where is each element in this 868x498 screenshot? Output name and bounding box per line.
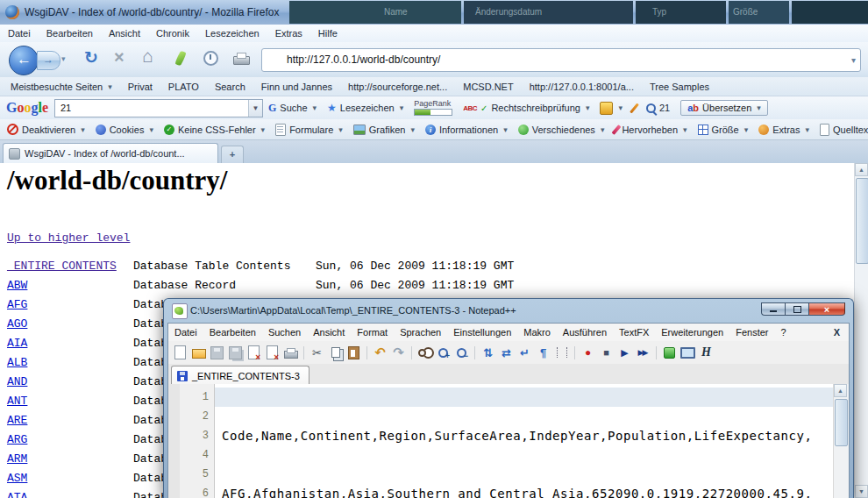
- bookmark-search[interactable]: Search: [211, 82, 245, 92]
- devbar-formulare[interactable]: Formulare: [275, 124, 343, 136]
- redo-icon[interactable]: [391, 345, 406, 360]
- zoom-in-icon[interactable]: [436, 345, 451, 360]
- forward-button[interactable]: [37, 51, 60, 70]
- devbar-verschiedenes[interactable]: Verschiedenes: [518, 125, 605, 135]
- devbar-hervorheben[interactable]: Hervorheben: [615, 125, 687, 135]
- google-search-input[interactable]: [59, 102, 238, 114]
- bookmark-sourceforge[interactable]: http://sourceforge.net...: [345, 82, 447, 92]
- paste-icon[interactable]: [346, 345, 361, 360]
- new-file-icon[interactable]: [173, 345, 188, 360]
- devbar-css[interactable]: ✓Keine CSS-Fehler: [164, 125, 265, 135]
- maximize-button[interactable]: [785, 302, 808, 316]
- back-button[interactable]: [9, 46, 39, 75]
- address-bar[interactable]: ▾: [261, 48, 861, 72]
- bookmark-plato[interactable]: PLATO: [165, 82, 199, 92]
- notepadpp-window[interactable]: C:\Users\Martin\AppData\Local\Temp\_ENTI…: [163, 298, 854, 498]
- bookmark-privat[interactable]: Privat: [125, 82, 153, 92]
- search-dropdown-icon[interactable]: ▼: [248, 100, 262, 117]
- bookmark-tree-samples[interactable]: Tree Samples: [646, 82, 709, 92]
- stop-macro-icon[interactable]: [599, 345, 614, 360]
- npp-menu-ansicht[interactable]: Ansicht: [307, 324, 351, 340]
- resource-link[interactable]: ABW: [7, 279, 27, 292]
- url-dropdown-icon[interactable]: ▾: [851, 55, 856, 65]
- zoom-out-icon[interactable]: [454, 345, 469, 360]
- editor-text[interactable]: Code,Name,Continent,Region,SurfaceArea,I…: [222, 388, 834, 498]
- resource-link[interactable]: ASM: [7, 472, 27, 485]
- npp-tab-entire-contents[interactable]: _ENTIRE_CONTENTS-3: [171, 366, 309, 385]
- show-symbols-icon[interactable]: [536, 345, 551, 360]
- editor-scroll-thumb[interactable]: [835, 399, 848, 446]
- multi-play-icon[interactable]: [636, 345, 651, 360]
- bookmark-finn-und-jannes[interactable]: Finn und Jannes: [258, 82, 332, 92]
- npp-menu-bearbeiten[interactable]: Bearbeiten: [203, 324, 262, 340]
- menu-hilfe[interactable]: Hilfe: [310, 25, 345, 41]
- firefox-titlebar[interactable]: WsgiDAV - Index of /world-db/country/ - …: [0, 0, 868, 25]
- npp-menu-close-x[interactable]: X: [834, 327, 849, 338]
- editor-scroll-up[interactable]: ▲: [834, 384, 847, 397]
- google-search-button[interactable]: GSuche: [268, 102, 317, 115]
- autofill-button[interactable]: [600, 102, 623, 115]
- menu-bearbeiten[interactable]: Bearbeiten: [39, 25, 101, 41]
- play-macro-icon[interactable]: [617, 345, 632, 360]
- history-dropdown-icon[interactable]: ▾: [61, 54, 66, 63]
- html-preview-icon[interactable]: [699, 345, 714, 360]
- bookmark-margin[interactable]: [168, 384, 180, 498]
- menu-ansicht[interactable]: Ansicht: [101, 25, 148, 41]
- page-scrollbar[interactable]: ▲ ▼: [854, 163, 868, 498]
- print-icon[interactable]: [283, 345, 298, 360]
- devbar-extras[interactable]: Extras: [758, 125, 809, 135]
- tab-wsgidav[interactable]: WsgiDAV - Index of /world-db/count...: [3, 143, 218, 163]
- close-doc-icon[interactable]: [246, 345, 261, 360]
- new-tab-button[interactable]: +: [221, 146, 244, 164]
- translate-button[interactable]: abÜbersetzen: [680, 100, 768, 116]
- npp-menu-erweiterungen[interactable]: Erweiterungen: [655, 324, 729, 340]
- word-find-button[interactable]: 21: [646, 103, 670, 113]
- scroll-thumb[interactable]: [856, 178, 868, 264]
- url-input[interactable]: [285, 53, 832, 67]
- menu-lesezeichen[interactable]: Lesezeichen: [197, 25, 267, 41]
- scroll-down-button[interactable]: ▼: [855, 485, 868, 498]
- resource-link[interactable]: _ENTIRE_CONTENTS: [7, 260, 117, 273]
- monitor-icon[interactable]: [680, 345, 695, 360]
- menu-extras[interactable]: Extras: [267, 25, 310, 41]
- resource-link[interactable]: ANT: [7, 395, 27, 408]
- cut-icon[interactable]: [309, 345, 324, 360]
- scroll-up-button[interactable]: ▲: [855, 163, 868, 176]
- devbar-grafiken[interactable]: Grafiken: [353, 125, 415, 135]
- npp-menu-textfx[interactable]: TextFX: [613, 324, 655, 340]
- reload-button[interactable]: ↻: [84, 47, 98, 68]
- copy-icon[interactable]: [328, 345, 343, 360]
- save-all-icon[interactable]: [228, 345, 243, 360]
- home-button[interactable]: ⌂: [142, 46, 153, 67]
- bookmark-most-visited[interactable]: Meistbesuchte Seiten: [7, 82, 112, 92]
- npp-menu-format[interactable]: Format: [351, 324, 394, 340]
- sync-vertical-icon[interactable]: [480, 345, 495, 360]
- word-wrap-icon[interactable]: [517, 345, 532, 360]
- editor-scrollbar[interactable]: ▲: [833, 384, 849, 498]
- pagerank-widget[interactable]: PageRank: [414, 100, 452, 116]
- minimize-button[interactable]: [761, 302, 785, 316]
- resource-link[interactable]: AFG: [7, 298, 27, 311]
- devbar-quelltext[interactable]: Quelltext: [820, 124, 868, 136]
- bookmark-mcsd[interactable]: MCSD.NET: [459, 82, 513, 92]
- undo-icon[interactable]: [373, 345, 388, 360]
- spellcheck-button[interactable]: ABC✓Rechtschreibprüfung: [463, 103, 589, 113]
- sync-horizontal-icon[interactable]: [499, 345, 514, 360]
- npp-menu-suchen[interactable]: Suchen: [262, 324, 307, 340]
- npp-menu-datei[interactable]: Datei: [168, 324, 203, 340]
- print-button[interactable]: [233, 56, 250, 65]
- npp-menu-makro[interactable]: Makro: [517, 324, 557, 340]
- function-list-icon[interactable]: [662, 345, 677, 360]
- npp-menu-einstellungen[interactable]: Einstellungen: [447, 324, 517, 340]
- resource-link[interactable]: AGO: [7, 317, 27, 331]
- devbar-informationen[interactable]: iInformationen: [425, 125, 508, 135]
- google-bookmarks-button[interactable]: ★Lesezeichen: [327, 102, 403, 114]
- resource-link[interactable]: ARG: [7, 433, 27, 446]
- open-folder-icon[interactable]: [191, 345, 206, 360]
- save-icon[interactable]: [210, 345, 224, 360]
- history-clock-icon[interactable]: [203, 51, 218, 66]
- indent-guide-icon[interactable]: [554, 345, 569, 360]
- devbar-deaktivieren[interactable]: Deaktivieren: [7, 124, 85, 135]
- close-all-icon[interactable]: [265, 345, 280, 360]
- resource-link[interactable]: AND: [7, 375, 27, 388]
